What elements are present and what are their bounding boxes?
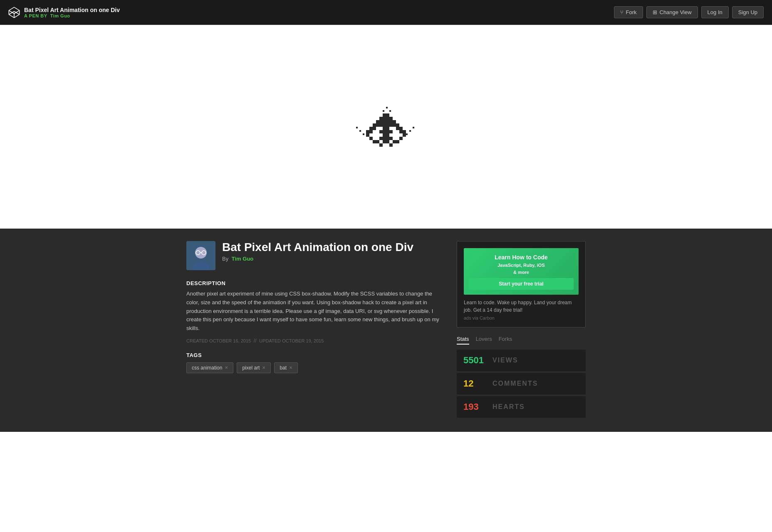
svg-rect-28 [399,127,403,130]
svg-rect-21 [393,123,396,127]
login-button[interactable]: Log In [701,6,729,18]
pen-main-title: Bat Pixel Art Animation on one Div [222,241,413,254]
tab-stats[interactable]: Stats [457,336,469,345]
tag-pixel-art[interactable]: pixel art ✕ [237,362,271,373]
author-info: Bat Pixel Art Animation on one Div By Ti… [222,241,413,262]
svg-rect-53 [379,143,383,147]
svg-rect-8 [389,117,393,120]
author-byline: By Tim Guo [222,256,413,262]
tags-list: css animation ✕ pixel art ✕ bat ✕ [186,362,440,373]
dates: Created OCTOBER 16, 2015 // Updated OCTO… [186,338,440,344]
bottom-inner: Bat Pixel Art Animation on one Div By Ti… [178,241,594,419]
pen-title: Bat Pixel Art Animation on one Div [24,7,120,13]
svg-rect-24 [373,127,376,130]
svg-rect-23 [369,127,373,130]
svg-rect-60 [413,127,414,128]
ad-image: Learn How to Code JavaScript, Ruby, iOS … [464,248,579,295]
tag-css-animation[interactable]: css animation ✕ [186,362,233,373]
fork-icon: ⑂ [620,9,624,15]
svg-rect-57 [359,130,361,132]
svg-rect-6 [383,117,386,120]
svg-rect-25 [383,127,386,130]
svg-rect-50 [386,140,389,143]
svg-rect-27 [396,127,399,130]
fork-button[interactable]: ⑂ Fork [614,6,643,18]
views-stat-row: 5501 VIEWS [457,350,586,371]
author-link[interactable]: Tim Guo [232,256,253,262]
svg-rect-33 [386,130,389,133]
comments-label: COMMENTS [492,380,538,387]
bottom-section: Bat Pixel Art Animation on one Div By Ti… [0,229,772,432]
svg-rect-9 [376,120,379,123]
codepen-logo-icon [8,7,20,18]
hearts-label: HEARTS [492,403,525,411]
svg-rect-3 [383,113,386,117]
svg-rect-34 [389,130,393,133]
svg-rect-36 [403,130,406,133]
tag-bat[interactable]: bat ✕ [274,362,298,373]
description-text: Another pixel art experiment of mine usi… [186,290,440,333]
svg-rect-52 [396,140,399,143]
svg-rect-19 [386,123,389,127]
svg-rect-31 [379,130,383,133]
svg-rect-13 [389,120,393,123]
svg-rect-51 [393,140,396,143]
svg-rect-49 [383,140,386,143]
svg-rect-61 [383,110,384,112]
pen-by: A PEN BY Tim Guo [24,13,120,18]
svg-rect-39 [386,133,389,137]
ad-via: ads via Carbon [464,315,579,320]
header-left: Bat Pixel Art Animation on one Div A PEN… [8,7,120,18]
svg-rect-7 [386,117,389,120]
svg-rect-30 [369,130,373,133]
svg-rect-47 [373,140,376,143]
ad-body-text: Learn to code. Wake up happy. Land your … [464,299,579,314]
tags-section: TAGS css animation ✕ pixel art ✕ bat ✕ [186,352,440,373]
svg-rect-29 [366,130,369,133]
header-title-block: Bat Pixel Art Animation on one Div A PEN… [24,7,120,18]
signup-button[interactable]: Sign Up [732,6,764,18]
svg-rect-12 [386,120,389,123]
preview-area [0,25,772,229]
svg-rect-16 [376,123,379,127]
change-view-button[interactable]: ⊞ Change View [646,6,698,18]
tab-lovers[interactable]: Lovers [476,336,492,345]
svg-rect-20 [389,123,393,127]
svg-rect-17 [379,123,383,127]
ad-learn-line2: JavaScript, Ruby, iOS [469,262,574,269]
hearts-stat-row: 193 HEARTS [457,396,586,418]
svg-rect-15 [373,123,376,127]
hearts-count: 193 [463,401,492,412]
ad-cta-button[interactable]: Start your free trial [469,278,574,290]
comments-count: 12 [463,378,492,389]
tab-forks[interactable]: Forks [499,336,512,345]
svg-rect-45 [389,137,393,140]
svg-rect-62 [389,110,391,112]
svg-rect-58 [409,130,411,132]
tag-remove-icon[interactable]: ✕ [289,365,292,370]
tag-remove-icon[interactable]: ✕ [262,365,265,370]
change-view-icon: ⊞ [653,9,657,15]
svg-rect-43 [383,137,386,140]
author-block: Bat Pixel Art Animation on one Div By Ti… [186,241,440,270]
svg-rect-26 [386,127,389,130]
description-section: DESCRIPTION Another pixel art experiment… [186,280,440,333]
svg-rect-32 [383,130,386,133]
description-heading: DESCRIPTION [186,280,440,286]
svg-rect-22 [396,123,399,127]
svg-rect-48 [376,140,379,143]
svg-rect-4 [386,113,389,117]
comments-stat-row: 12 COMMENTS [457,373,586,394]
tag-remove-icon[interactable]: ✕ [225,365,228,370]
svg-rect-35 [399,130,403,133]
updated-label: Updated [259,338,281,343]
updated-date: OCTOBER 19, 2015 [282,338,324,343]
views-label: VIEWS [492,357,518,364]
views-count: 5501 [463,355,492,366]
svg-rect-55 [363,133,364,135]
svg-rect-54 [389,143,393,147]
author-avatar [186,241,215,270]
svg-rect-42 [379,137,383,140]
header-right: ⑂ Fork ⊞ Change View Log In Sign Up [614,6,764,18]
ad-learn-line1: Learn How to Code [469,253,574,262]
